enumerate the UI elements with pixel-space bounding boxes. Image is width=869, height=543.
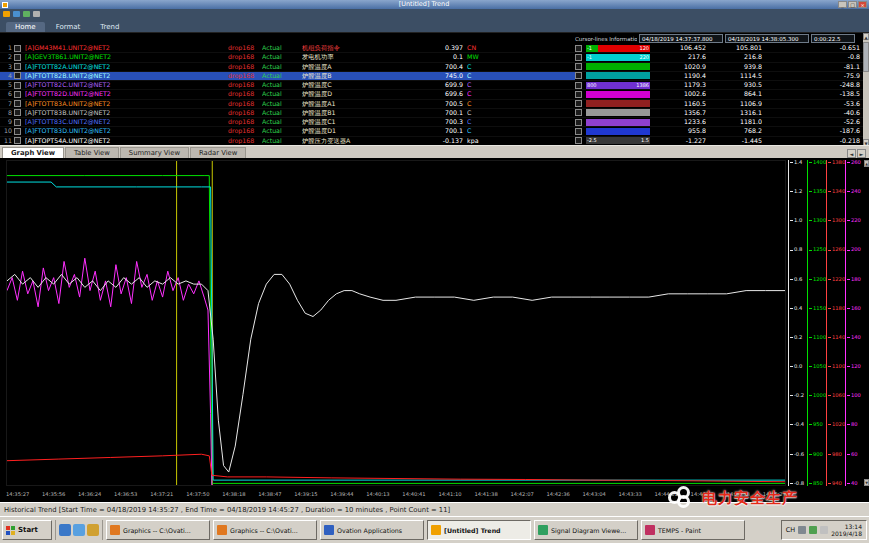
table-row-left[interactable]: 9[A]FTOTT83C.UNIT2@NET2drop168Actual炉膛温度… bbox=[0, 118, 575, 126]
taskbar-clock[interactable]: 13:14 2019/4/18 bbox=[831, 523, 862, 537]
browser-icon[interactable] bbox=[73, 524, 85, 536]
cursor-panel-row[interactable]: 1020.9939.8-81.1 bbox=[575, 63, 863, 71]
table-row[interactable]: 10[A]FTOTT83D.UNIT2@NET2drop168Actual炉膛温… bbox=[0, 127, 863, 136]
cursor-panel-row[interactable]: 1356.71316.1-40.6 bbox=[575, 109, 863, 117]
taskbar-app-button[interactable]: Graphics -- C:\Ovati... bbox=[213, 520, 317, 540]
cursor-row-checkbox[interactable] bbox=[575, 54, 582, 61]
axis-scroll-up-icon[interactable]: ▲ bbox=[864, 160, 869, 167]
cursor2-time-field[interactable]: 04/18/2019 14:38:05.300 bbox=[725, 34, 809, 43]
maximize-button[interactable]: □ bbox=[848, 1, 857, 8]
cursor-row-checkbox[interactable] bbox=[575, 109, 582, 116]
cursor-row-checkbox[interactable] bbox=[575, 45, 582, 52]
table-row[interactable]: 4[A]FTOTT82B.UNIT2@NET2drop168Actual炉膛温度… bbox=[0, 72, 863, 81]
table-row[interactable]: 2[A]GEV3T861.UNIT2@NET2drop168Actual发电机功… bbox=[0, 53, 863, 62]
start-button[interactable]: Start bbox=[2, 520, 52, 540]
table-row[interactable]: 3[A]FTOTT82A.UNIT2@NET2drop168Actual炉膛温度… bbox=[0, 63, 863, 72]
table-row-left[interactable]: 11[A]FTOPT54A.UNIT2@NET2drop168Actual炉膛压… bbox=[0, 137, 575, 145]
row-unit: C bbox=[467, 91, 493, 97]
tab-scroll-right-icon[interactable]: ► bbox=[857, 149, 866, 158]
table-row-left[interactable]: 10[A]FTOTT83D.UNIT2@NET2drop168Actual炉膛温… bbox=[0, 127, 575, 135]
close-button[interactable]: × bbox=[858, 1, 867, 8]
trend-plot[interactable] bbox=[6, 160, 786, 486]
table-row-left[interactable]: 4[A]FTOTT82B.UNIT2@NET2drop168Actual炉膛温度… bbox=[0, 72, 575, 80]
trend-logo-icon[interactable] bbox=[3, 11, 10, 17]
table-row[interactable]: 7[A]FTOTT83A.UNIT2@NET2drop168Actual炉膛温度… bbox=[0, 100, 863, 109]
safely-remove-icon[interactable] bbox=[820, 526, 828, 534]
open-icon[interactable] bbox=[23, 11, 30, 17]
taskbar-app-button[interactable]: Graphics -- C:\Ovati... bbox=[106, 520, 210, 540]
title-bar[interactable]: [Untitled] Trend _ □ × bbox=[0, 0, 869, 9]
row-checkbox[interactable] bbox=[14, 128, 21, 135]
network-icon[interactable] bbox=[809, 526, 817, 534]
table-row-left[interactable]: 5[A]FTOTT82C.UNIT2@NET2drop168Actual炉膛温度… bbox=[0, 81, 575, 89]
table-row[interactable]: 6[A]FTOTT82D.UNIT2@NET2drop168Actual炉膛温度… bbox=[0, 90, 863, 99]
cursor-panel-row[interactable]: 80013861179.3930.5-248.8 bbox=[575, 81, 863, 89]
table-row-left[interactable]: 7[A]FTOTT83A.UNIT2@NET2drop168Actual炉膛温度… bbox=[0, 100, 575, 108]
row-checkbox[interactable] bbox=[14, 54, 21, 61]
taskbar-app-button[interactable]: TEMPS - Paint bbox=[641, 520, 745, 540]
taskbar-app-button[interactable]: [Untitled] Trend bbox=[427, 520, 531, 540]
ribbon-tab-format[interactable]: Format bbox=[47, 22, 90, 32]
row-checkbox[interactable] bbox=[14, 72, 21, 79]
cursor1-time-field[interactable]: 04/18/2019 14:37:37.800 bbox=[639, 34, 723, 43]
table-row[interactable]: 5[A]FTOTT82C.UNIT2@NET2drop168Actual炉膛温度… bbox=[0, 81, 863, 90]
row-checkbox[interactable] bbox=[14, 91, 21, 98]
cursor-panel-row[interactable]: 1160.51106.9-53.6 bbox=[575, 100, 863, 108]
row-checkbox[interactable] bbox=[14, 100, 21, 107]
show-desktop-icon[interactable] bbox=[59, 524, 71, 536]
y-axis-1[interactable]: 1.41.21.00.80.60.40.20.0-0.2-0.4-0.6-0.8 bbox=[788, 160, 807, 486]
cursor-row-checkbox[interactable] bbox=[575, 100, 582, 107]
cursor-panel-row[interactable]: -2.51.5-1.227-1.445-0.218 bbox=[575, 137, 863, 145]
tab-radar-view[interactable]: Radar View bbox=[190, 147, 246, 158]
tab-summary-view[interactable]: Summary View bbox=[120, 147, 189, 158]
cursor-panel-row[interactable]: 955.8768.2-187.6 bbox=[575, 127, 863, 135]
cursor-row-checkbox[interactable] bbox=[575, 63, 582, 70]
tab-graph-view[interactable]: Graph View bbox=[2, 147, 64, 158]
table-row-left[interactable]: 8[A]FTOTT83B.UNIT2@NET2drop168Actual炉膛温度… bbox=[0, 109, 575, 117]
undo-icon[interactable] bbox=[33, 11, 40, 17]
save-icon[interactable] bbox=[13, 11, 20, 17]
table-row-left[interactable]: 3[A]FTOTT82A.UNIT2@NET2drop168Actual炉膛温度… bbox=[0, 63, 575, 71]
table-row[interactable]: 9[A]FTOTT83C.UNIT2@NET2drop168Actual炉膛温度… bbox=[0, 118, 863, 127]
tab-scroll-left-icon[interactable]: ◄ bbox=[847, 149, 856, 158]
tab-table-view[interactable]: Table View bbox=[65, 147, 119, 158]
row-checkbox[interactable] bbox=[14, 137, 21, 144]
cursor-row-checkbox[interactable] bbox=[575, 82, 582, 89]
scroll-up-arrow-icon[interactable]: ▲ bbox=[863, 33, 869, 40]
row-checkbox[interactable] bbox=[14, 119, 21, 126]
ribbon-tab-trend[interactable]: Trend bbox=[91, 22, 128, 32]
row-checkbox[interactable] bbox=[14, 63, 21, 70]
ribbon-tab-home[interactable]: Home bbox=[6, 22, 45, 32]
row-checkbox[interactable] bbox=[14, 109, 21, 116]
cursor-panel-row[interactable]: -1220217.6216.8-0.8 bbox=[575, 53, 863, 61]
y-axis-4[interactable]: 260240220200180160140120100806040 bbox=[845, 160, 864, 486]
table-row-left[interactable]: 1[A]GM43M41.UNIT2@NET2drop168Actual机组负荷指… bbox=[0, 44, 575, 52]
language-indicator[interactable]: CH bbox=[786, 526, 795, 534]
table-row[interactable]: 1[A]GM43M41.UNIT2@NET2drop168Actual机组负荷指… bbox=[0, 44, 863, 53]
cursor-row-checkbox[interactable] bbox=[575, 72, 582, 79]
cursor-panel-row[interactable]: 1190.41114.5-75.9 bbox=[575, 72, 863, 80]
cursor-row-checkbox[interactable] bbox=[575, 119, 582, 126]
row-checkbox[interactable] bbox=[14, 45, 21, 52]
volume-icon[interactable] bbox=[798, 526, 806, 534]
cursor-panel-row[interactable]: -1120106.452105.801-0.651 bbox=[575, 44, 863, 52]
table-row-left[interactable]: 2[A]GEV3T861.UNIT2@NET2drop168Actual发电机功… bbox=[0, 53, 575, 61]
cursor-row-checkbox[interactable] bbox=[575, 128, 582, 135]
taskbar-app-button[interactable]: Signal Diagram Viewe... bbox=[534, 520, 638, 540]
minimize-button[interactable]: _ bbox=[838, 1, 847, 8]
row-checkbox[interactable] bbox=[14, 82, 21, 89]
cursor-panel-row[interactable]: 1002.6864.1-138.5 bbox=[575, 90, 863, 98]
y-axis-2[interactable]: 1400135013001250120011501100105010009509… bbox=[807, 160, 826, 486]
y-axis-3[interactable]: 1380134013001260122011801140110010601020… bbox=[826, 160, 845, 486]
axis-scroll-down-icon[interactable]: ▼ bbox=[864, 479, 869, 486]
folder-icon[interactable] bbox=[87, 524, 99, 536]
table-row-left[interactable]: 6[A]FTOTT82D.UNIT2@NET2drop168Actual炉膛温度… bbox=[0, 90, 575, 98]
table-row[interactable]: 8[A]FTOTT83B.UNIT2@NET2drop168Actual炉膛温度… bbox=[0, 109, 863, 118]
scrollbar-thumb[interactable] bbox=[863, 42, 869, 72]
taskbar-app-button[interactable]: Ovation Applications bbox=[320, 520, 424, 540]
table-scrollbar[interactable]: ▲ ▼ bbox=[863, 33, 869, 146]
range-max-label: 1386 bbox=[636, 82, 649, 89]
cursor-row-checkbox[interactable] bbox=[575, 91, 582, 98]
cursor-row-checkbox[interactable] bbox=[575, 137, 582, 144]
cursor-panel-row[interactable]: 1233.61181.0-52.6 bbox=[575, 118, 863, 126]
